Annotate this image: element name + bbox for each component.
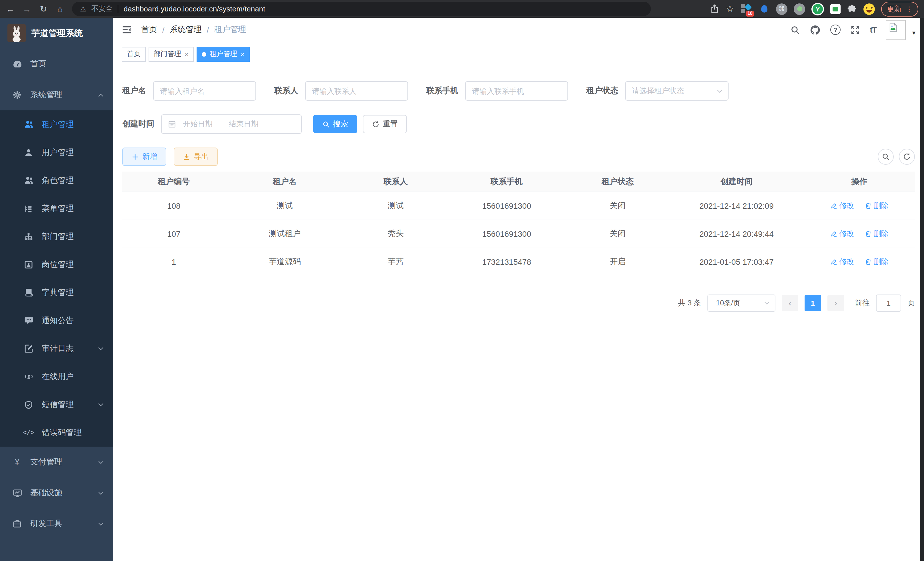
sidebar-item-audit-log[interactable]: 审计日志 [0,335,113,362]
yen-icon: ¥ [11,457,23,467]
extension-icon-5[interactable]: Y [812,3,824,15]
phone-input[interactable] [465,81,568,101]
search-button[interactable]: 搜索 [313,115,357,133]
extension-icon-4[interactable] [794,3,805,15]
sidebar-item-devtools[interactable]: 研发工具 [0,508,113,539]
reload-icon[interactable]: ↻ [39,5,48,13]
export-button[interactable]: 导出 [174,147,218,166]
sidebar-item-menu[interactable]: 菜单管理 [0,194,113,223]
status-select[interactable]: 请选择租户状态 [625,81,729,101]
next-page-button[interactable]: › [827,295,844,311]
avatar[interactable] [886,20,906,40]
cell-contact: 秃头 [344,220,447,248]
page-number-1[interactable]: 1 [805,295,821,311]
edit-link[interactable]: 修改 [830,257,854,267]
cell-phone: 15601691300 [447,192,566,220]
org-tree-icon [23,232,34,241]
main-area: 首页 / 系统管理 / 租户管理 ? tT ▾ [113,18,924,561]
caret-down-icon[interactable]: ▾ [912,29,915,36]
tags-view-bar: 首页 部门管理 × 租户管理 × [113,42,924,66]
address-bar[interactable]: ⚠ 不安全 dashboard.yudao.iocoder.cn/system/… [72,2,651,16]
security-label[interactable]: 不安全 [92,4,113,14]
extensions-puzzle-icon[interactable] [847,4,857,14]
sidebar-item-dict[interactable]: 字典管理 [0,278,113,307]
refresh-table-button[interactable] [899,149,915,165]
profile-avatar-icon[interactable] [863,3,875,15]
tab-home[interactable]: 首页 [122,47,146,62]
github-icon[interactable] [810,24,821,35]
active-dot [202,52,206,56]
sidebar-item-online-user[interactable]: 在线用户 [0,362,113,391]
breadcrumb-home[interactable]: 首页 [141,25,157,35]
update-label: 更新 [887,4,902,14]
chrome-update-button[interactable]: 更新 ⋮ [881,2,918,16]
close-icon[interactable]: × [184,51,189,57]
edit-link[interactable]: 修改 [830,229,854,239]
sidebar-item-dept[interactable]: 部门管理 [0,223,113,250]
sidebar-item-label: 在线用户 [42,371,74,382]
breadcrumb-system[interactable]: 系统管理 [170,25,202,35]
online-user-icon [23,372,34,381]
sidebar-item-tenant[interactable]: 租户管理 [0,110,113,138]
app-logo-row[interactable]: 芋道管理系统 [0,18,113,49]
monitor-icon [11,488,23,498]
trash-icon [865,230,872,238]
sidebar-item-notice[interactable]: 通知公告 [0,307,113,335]
balloon-shape [761,5,767,13]
sidebar-item-home[interactable]: 首页 [0,49,113,80]
extension-icon-1[interactable]: 10 [741,3,752,15]
tenant-name-input[interactable] [153,81,256,101]
edit-link[interactable]: 修改 [830,201,854,211]
date-range-picker[interactable]: 开始日期 - 结束日期 [161,114,302,134]
page-scrollbar[interactable] [920,18,924,561]
kebab-menu-icon[interactable]: ⋮ [906,5,913,13]
search-icon[interactable] [790,25,800,35]
sidebar-item-payment[interactable]: ¥ 支付管理 [0,447,113,478]
extension-icon-2[interactable] [758,3,770,15]
broken-image-icon [888,22,898,32]
home-icon[interactable]: ⌂ [56,5,64,13]
sidebar-item-label: 岗位管理 [42,259,74,270]
reset-button[interactable]: 重置 [363,115,407,133]
table-row[interactable]: 108 测试 测试 15601691300 关闭 2021-12-14 21:0… [122,192,915,220]
toggle-search-button[interactable] [878,149,894,165]
cell-tenant-id: 107 [122,220,225,248]
delete-link[interactable]: 删除 [865,257,889,267]
sidebar-item-system[interactable]: 系统管理 [0,80,113,110]
url-text[interactable]: dashboard.yudao.iocoder.cn/system/tenant [124,5,266,13]
bookmark-star-icon[interactable]: ☆ [726,4,735,14]
sidebar-collapse-icon[interactable] [122,25,132,35]
close-icon[interactable]: × [241,51,244,57]
sidebar-item-post[interactable]: 岗位管理 [0,250,113,278]
calendar-icon [168,120,176,128]
tab-tenant[interactable]: 租户管理 × [196,47,250,62]
delete-link[interactable]: 删除 [865,229,889,239]
table-row[interactable]: 107 测试租户 秃头 15601691300 关闭 2021-12-14 20… [122,220,915,248]
search-button-label: 搜索 [333,119,348,129]
tab-dept[interactable]: 部门管理 × [148,47,194,62]
fullscreen-icon[interactable] [850,25,860,35]
sidebar-item-user[interactable]: 用户管理 [0,138,113,166]
extension-icon-3[interactable]: ⌘ [776,3,788,15]
extension-icon-6[interactable] [830,4,841,14]
page-size-select[interactable]: 10条/页 [707,295,776,312]
delete-link[interactable]: 删除 [865,201,889,211]
prev-page-button[interactable]: ‹ [782,295,798,311]
share-icon[interactable] [710,4,719,14]
sidebar-item-error-code[interactable]: </> 错误码管理 [0,419,113,447]
sidebar-item-role[interactable]: 角色管理 [0,166,113,194]
back-icon[interactable]: ← [6,5,15,13]
help-icon[interactable]: ? [831,25,841,35]
goto-page-input[interactable] [876,295,901,312]
add-button[interactable]: 新增 [122,147,166,166]
sidebar-item-infrastructure[interactable]: 基础设施 [0,478,113,508]
sidebar-item-sms[interactable]: 短信管理 [0,391,113,419]
forward-icon[interactable]: → [22,5,32,13]
font-size-icon[interactable]: tT [870,25,876,34]
cell-created: 2021-12-14 21:02:09 [669,192,804,220]
contact-input[interactable] [305,81,408,101]
id-card-icon [23,260,34,269]
edit-label: 修改 [839,257,854,267]
shield-check-icon [23,400,34,409]
table-row[interactable]: 1 芋道源码 芋艿 17321315478 开启 2021-01-05 17:0… [122,248,915,276]
